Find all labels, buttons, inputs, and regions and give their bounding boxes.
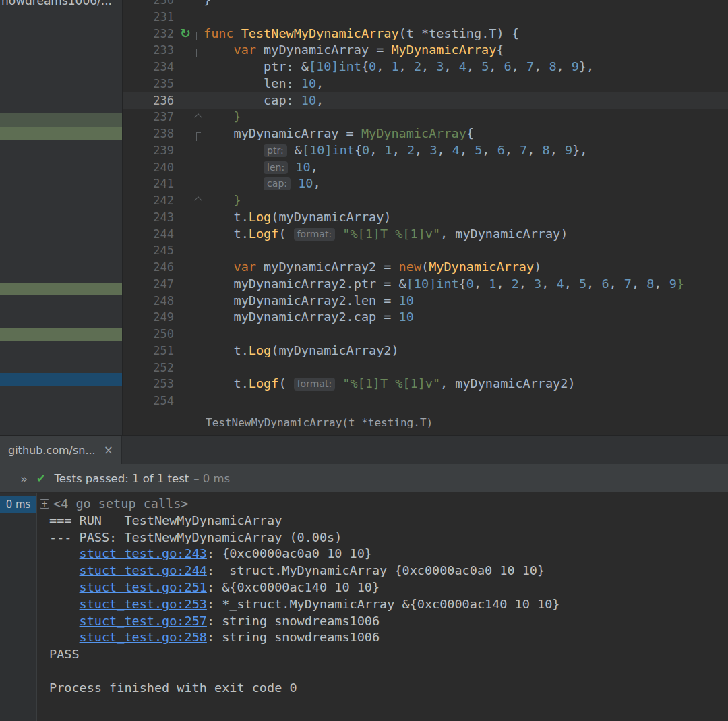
fold-marker-icon[interactable] <box>196 132 201 141</box>
code-line[interactable]: 249 myDynamicArray2.cap = 10 <box>123 309 728 326</box>
fold-slot <box>193 376 204 393</box>
gutter-icon-slot <box>178 175 193 192</box>
file-line-link[interactable]: stuct_test.go:253 <box>80 597 207 611</box>
fold-marker-icon[interactable] <box>194 113 202 121</box>
code-line[interactable]: 232↻func TestNewMyDynamicArray(t *testin… <box>123 26 728 42</box>
code-line[interactable]: 241 cap: 10, <box>123 175 728 192</box>
project-tree-row-highlight[interactable] <box>0 113 122 127</box>
code-line[interactable]: 237 } <box>123 109 728 125</box>
code-line[interactable]: 234 ptr: &[10]int{0, 1, 2, 3, 4, 5, 6, 7… <box>123 59 728 76</box>
line-number: 232 <box>123 26 178 42</box>
fold-slot <box>193 92 204 109</box>
fold-marker-icon[interactable] <box>196 49 201 57</box>
gutter-icon-slot <box>178 226 193 243</box>
code-line[interactable]: 248 myDynamicArray2.len = 10 <box>123 293 728 310</box>
file-line-link[interactable]: stuct_test.go:251 <box>80 580 207 594</box>
code-line-text: var myDynamicArray = MyDynamicArray{ <box>204 42 728 59</box>
code-line[interactable]: 246 var myDynamicArray2 = new(MyDynamicA… <box>123 259 728 276</box>
project-tree-row-selected[interactable] <box>0 373 122 386</box>
code-line-text: myDynamicArray = MyDynamicArray{ <box>204 125 728 142</box>
close-icon[interactable]: × <box>104 444 113 456</box>
rerun-test-icon[interactable]: ↻ <box>180 27 191 40</box>
tab-test-results[interactable]: github.com/sn... × <box>0 436 122 464</box>
expand-icon[interactable]: + <box>40 499 49 509</box>
code-line-text <box>204 393 728 409</box>
chevron-double-right-icon[interactable]: » <box>20 471 28 486</box>
code-line[interactable]: 254 <box>123 393 728 409</box>
fold-marker-icon[interactable] <box>196 32 201 40</box>
code-line[interactable]: 244 t.Logf( format: "%[1]T %[1]v", myDyn… <box>123 226 728 243</box>
line-number: 254 <box>123 393 178 409</box>
gutter-icon-slot <box>178 92 193 109</box>
gutter-icon-slot <box>178 9 193 26</box>
code-line[interactable]: 253 t.Logf( format: "%[1]T %[1]v", myDyn… <box>123 376 728 393</box>
fold-slot <box>193 226 204 243</box>
code-line[interactable]: 242 } <box>123 192 728 209</box>
code-line[interactable]: 233 var myDynamicArray = MyDynamicArray{ <box>123 42 728 59</box>
line-number: 231 <box>123 9 178 26</box>
fold-slot <box>193 109 204 125</box>
console-line: stuct_test.go:243: {0xc0000ac0a0 10 10} <box>49 546 728 563</box>
test-tree-panel: 0 ms <box>0 493 37 721</box>
line-number: 236 <box>123 92 178 109</box>
code-line-text: t.Log(myDynamicArray2) <box>204 343 728 359</box>
code-line[interactable]: 251 t.Log(myDynamicArray2) <box>123 343 728 359</box>
code-line-text: myDynamicArray2.ptr = &[10]int{0, 1, 2, … <box>204 276 728 293</box>
line-number: 237 <box>123 109 178 125</box>
code-line[interactable]: 252 <box>123 359 728 376</box>
gutter-icon-slot <box>178 293 193 310</box>
gutter-icon-slot <box>178 42 193 59</box>
fold-slot <box>193 59 204 76</box>
fold-slot <box>193 343 204 359</box>
console-line: --- PASS: TestNewMyDynamicArray (0.00s) <box>49 529 728 546</box>
project-tree-row-highlight[interactable] <box>0 328 122 341</box>
code-line-text <box>204 359 728 376</box>
code-line[interactable]: 250 <box>123 326 728 343</box>
breadcrumb[interactable]: TestNewMyDynamicArray(t *testing.T) <box>206 416 433 429</box>
editor-lines: 230}231232↻func TestNewMyDynamicArray(t … <box>123 0 728 409</box>
inlay-hint: format: <box>294 228 335 241</box>
fold-slot <box>193 125 204 142</box>
code-line-text: t.Logf( format: "%[1]T %[1]v", myDynamic… <box>204 376 728 393</box>
file-line-link[interactable]: stuct_test.go:257 <box>80 614 207 628</box>
gutter-icon-slot <box>178 192 193 209</box>
fold-slot <box>193 326 204 343</box>
fold-slot <box>193 209 204 226</box>
project-tree-row-highlight[interactable] <box>0 283 122 295</box>
fold-slot <box>193 359 204 376</box>
gutter-icon-slot <box>178 393 193 409</box>
code-line-text <box>204 326 728 343</box>
editor-scroll-area[interactable]: 230}231232↻func TestNewMyDynamicArray(t … <box>123 0 728 409</box>
code-line[interactable]: 238 myDynamicArray = MyDynamicArray{ <box>123 125 728 142</box>
gutter-icon-slot <box>178 309 193 326</box>
fold-slot <box>193 192 204 209</box>
code-line-text <box>204 242 728 259</box>
line-number: 233 <box>123 42 178 59</box>
file-line-link[interactable]: stuct_test.go:244 <box>80 563 207 577</box>
fold-slot <box>193 9 204 26</box>
test-tree-selected-row[interactable]: 0 ms <box>0 496 36 513</box>
code-line[interactable]: 235 len: 10, <box>123 76 728 92</box>
code-line-text: } <box>204 0 728 9</box>
line-number: 230 <box>123 0 178 9</box>
code-line[interactable]: 245 <box>123 242 728 259</box>
code-line-text: func TestNewMyDynamicArray(t *testing.T)… <box>204 26 728 42</box>
fold-marker-icon[interactable] <box>194 197 202 204</box>
code-line[interactable]: 240 len: 10, <box>123 159 728 176</box>
code-line-text: ptr: &[10]int{0, 1, 2, 3, 4, 5, 6, 7, 8,… <box>204 59 728 76</box>
code-line-text: len: 10, <box>204 159 728 176</box>
code-line[interactable]: 231 <box>123 9 728 26</box>
ide-window: nowdreams1006/... 230}231232↻func TestNe… <box>0 0 728 721</box>
code-line[interactable]: 243 t.Log(myDynamicArray) <box>123 209 728 226</box>
test-passed-icon: ✔ <box>36 472 45 485</box>
console-line <box>49 663 728 680</box>
project-tree-row-highlight[interactable] <box>0 127 122 140</box>
code-line[interactable]: 247 myDynamicArray2.ptr = &[10]int{0, 1,… <box>123 276 728 293</box>
code-line[interactable]: 239 ptr: &[10]int{0, 1, 2, 3, 4, 5, 6, 7… <box>123 142 728 159</box>
console-output[interactable]: +<4 go setup calls>=== RUN TestNewMyDyna… <box>37 493 728 721</box>
file-line-link[interactable]: stuct_test.go:258 <box>80 630 207 644</box>
code-line[interactable]: 236 cap: 10, <box>123 92 728 109</box>
file-line-link[interactable]: stuct_test.go:243 <box>80 546 207 560</box>
code-line[interactable]: 230} <box>123 0 728 9</box>
line-number: 252 <box>123 359 178 376</box>
